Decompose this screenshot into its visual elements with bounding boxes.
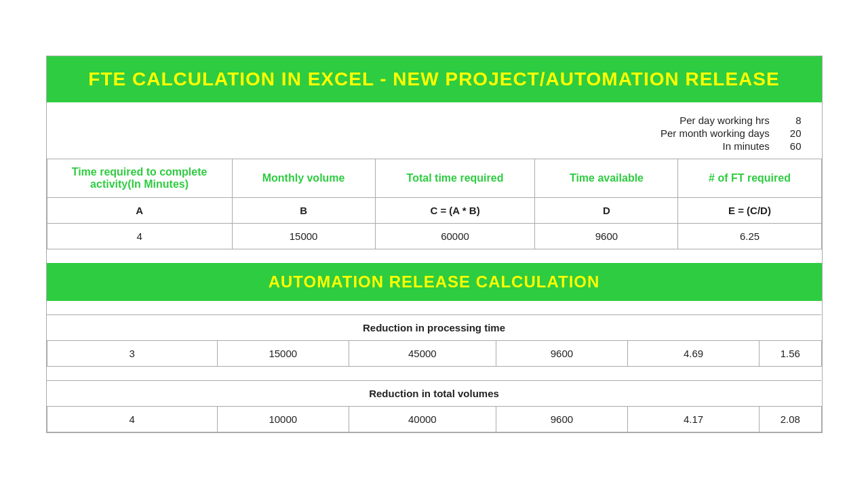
col-header-monthly: Monthly volume [232,159,375,197]
s2-monthly: 10000 [217,406,349,432]
per-month-label: Per month working days [660,127,770,139]
data-time-avail: 9600 [535,223,678,249]
formula-e: E = (C/D) [678,197,821,223]
formula-row: A B C = (A * B) D E = (C/D) [47,197,821,223]
col-header-total: Total time required [375,159,535,197]
section1-label-row: Reduction in processing time [47,314,821,340]
header-title: FTE CALCULATION IN EXCEL - NEW PROJECT/A… [88,68,779,89]
data-activity: 4 [47,223,232,249]
main-container: FTE CALCULATION IN EXCEL - NEW PROJECT/A… [46,56,823,433]
automation-table: Reduction in processing time 3 15000 450… [47,301,822,432]
data-monthly: 15000 [232,223,375,249]
section2-data-row: 4 10000 40000 9600 4.17 2.08 [47,406,821,432]
per-month-value: 20 [790,127,802,139]
info-grid: Per day working hrs 8 Per month working … [660,115,802,152]
header-row: Time required to complete activity(In Mi… [47,159,821,197]
formula-d: D [535,197,678,223]
automation-title: AUTOMATION RELEASE CALCULATION [269,272,600,291]
per-day-label: Per day working hrs [660,115,770,126]
col-header-time-avail: Time available [535,159,678,197]
formula-c: C = (A * B) [375,197,535,223]
empty-row-3 [47,366,821,380]
section1-data-row: 3 15000 45000 9600 4.69 1.56 [47,340,821,366]
main-table-wrapper: Time required to complete activity(In Mi… [47,159,822,263]
s2-time-avail: 9600 [496,406,627,432]
s2-extra: 2.08 [760,406,821,432]
page-wrapper: FTE CALCULATION IN EXCEL - NEW PROJECT/A… [0,0,868,488]
main-table: Time required to complete activity(In Mi… [47,159,822,263]
s1-activity: 3 [47,340,217,366]
s2-activity: 4 [47,406,217,432]
s2-ft-req: 4.17 [627,406,759,432]
main-data-row: 4 15000 60000 9600 6.25 [47,223,821,249]
s1-monthly: 15000 [217,340,349,366]
data-ft-req: 6.25 [678,223,821,249]
formula-a: A [47,197,232,223]
s2-total: 40000 [349,406,496,432]
col-header-ft-req: # of FT required [678,159,821,197]
header-banner: FTE CALCULATION IN EXCEL - NEW PROJECT/A… [47,56,822,102]
data-total: 60000 [375,223,535,249]
in-minutes-value: 60 [790,140,802,152]
formula-b: B [232,197,375,223]
s1-total: 45000 [349,340,496,366]
section1-label: Reduction in processing time [47,314,821,340]
per-day-value: 8 [790,115,802,126]
in-minutes-label: In minutes [660,140,770,152]
empty-row-2 [47,301,821,315]
col-header-activity: Time required to complete activity(In Mi… [47,159,232,197]
automation-table-wrapper: Reduction in processing time 3 15000 450… [47,301,822,432]
s1-extra: 1.56 [760,340,821,366]
s1-ft-req: 4.69 [627,340,759,366]
section2-label: Reduction in total volumes [47,380,821,406]
section2-label-row: Reduction in total volumes [47,380,821,406]
s1-time-avail: 9600 [496,340,627,366]
empty-row-1 [47,249,821,263]
info-section: Per day working hrs 8 Per month working … [47,102,822,159]
automation-banner: AUTOMATION RELEASE CALCULATION [47,263,822,301]
